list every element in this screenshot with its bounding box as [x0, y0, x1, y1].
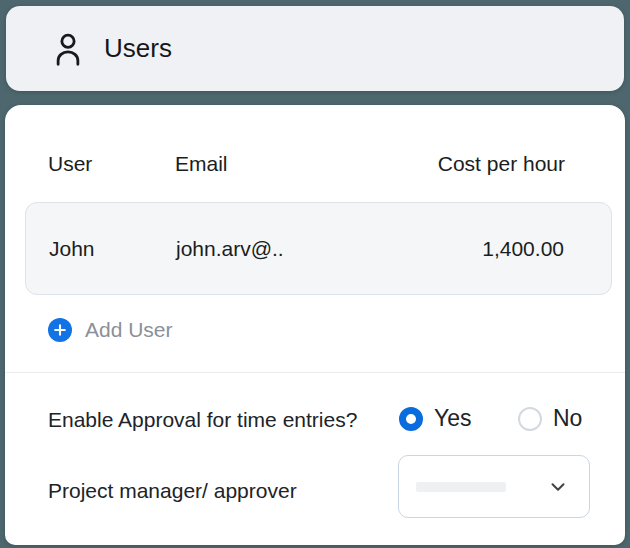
- radio-yes-label: Yes: [434, 405, 472, 432]
- radio-unselected-icon[interactable]: [518, 407, 542, 431]
- cell-email: john.arv@..: [176, 237, 482, 261]
- cell-user: John: [49, 237, 176, 261]
- table-row[interactable]: John john.arv@.. 1,400.00: [25, 202, 612, 295]
- approver-select[interactable]: [398, 455, 590, 518]
- cell-cost: 1,400.00: [482, 237, 564, 261]
- radio-no-label: No: [553, 405, 582, 432]
- users-panel: User Email Cost per hour John john.arv@.…: [5, 105, 625, 545]
- add-user-label: Add User: [85, 318, 173, 342]
- chevron-down-icon: [547, 476, 569, 498]
- app: Users User Email Cost per hour John john…: [0, 0, 630, 548]
- radio-selected-icon[interactable]: [399, 407, 423, 431]
- plus-icon: [48, 318, 72, 342]
- radio-option-no[interactable]: No: [518, 405, 582, 432]
- column-header-email: Email: [175, 152, 438, 176]
- section-title: Users: [104, 33, 172, 64]
- users-section-header[interactable]: Users: [6, 6, 624, 91]
- table-header-row: User Email Cost per hour: [5, 149, 625, 179]
- section-divider: [5, 372, 625, 373]
- column-header-user: User: [48, 152, 175, 176]
- add-user-button[interactable]: Add User: [48, 317, 173, 343]
- approval-question: Enable Approval for time entries?: [48, 408, 357, 432]
- placeholder-skeleton: [416, 482, 506, 492]
- column-header-cost: Cost per hour: [438, 152, 565, 176]
- user-icon: [52, 30, 84, 68]
- radio-option-yes[interactable]: Yes: [399, 405, 472, 432]
- approver-label: Project manager/ approver: [48, 479, 297, 503]
